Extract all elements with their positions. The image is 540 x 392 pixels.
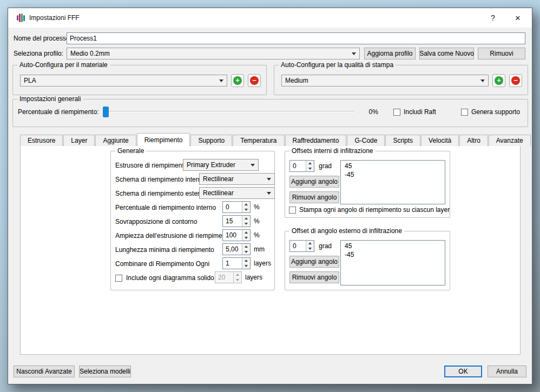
- spin-down-button[interactable]: [306, 246, 314, 251]
- spin-up-button[interactable]: [242, 244, 250, 249]
- solid-diaphragm-label: Include ogni diagramma solido: [126, 274, 214, 282]
- spin-down-button[interactable]: [242, 249, 250, 255]
- infill-extruder-select[interactable]: Primary Extruder: [183, 159, 259, 171]
- internal-angle-spinner[interactable]: 0: [289, 160, 314, 172]
- tab-gcode[interactable]: G-Code: [347, 135, 385, 146]
- process-name-input[interactable]: [67, 32, 525, 44]
- spin-down-button[interactable]: [242, 221, 250, 227]
- tab-layer[interactable]: Layer: [63, 135, 95, 146]
- update-profile-button[interactable]: Aggiorna profilo: [364, 48, 416, 59]
- remove-profile-button[interactable]: Rimuovi: [478, 48, 525, 59]
- app-logo-icon: [17, 13, 25, 23]
- tab-scripts[interactable]: Scripts: [385, 135, 420, 146]
- infill-extruder-label: Estrusore di riempimento: [115, 162, 187, 169]
- chevron-down-icon: [480, 79, 485, 82]
- fff-settings-dialog: Impostazioni FFF ? ✕ Nome del processo: …: [8, 8, 532, 384]
- internal-angle-value: 0: [290, 161, 306, 171]
- list-item[interactable]: -45: [341, 170, 445, 179]
- external-angle-list[interactable]: 45 -45: [340, 240, 445, 285]
- material-select[interactable]: PLA: [20, 75, 227, 87]
- profile-select[interactable]: Medio 0.2mm: [67, 48, 360, 59]
- close-button[interactable]: ✕: [512, 14, 523, 22]
- generate-support-checkbox[interactable]: [461, 109, 468, 116]
- tab-temperatura[interactable]: Temperatura: [233, 135, 284, 146]
- infill-percentage-slider[interactable]: [103, 107, 354, 117]
- infill-percentage-label: Percentuale di riempimento:: [18, 108, 98, 116]
- external-angle-spinner[interactable]: 0: [289, 240, 314, 252]
- tab-altro[interactable]: Altro: [459, 135, 488, 146]
- internal-add-angle-button[interactable]: Aggiungi angolo: [289, 176, 339, 188]
- internal-percent-spinner[interactable]: 0: [222, 201, 251, 213]
- add-quality-button[interactable]: +: [492, 74, 505, 87]
- external-offsets-title: Offset di angolo esterno di infiltrazion…: [289, 227, 404, 235]
- external-angle-value: 0: [290, 241, 306, 251]
- ok-button[interactable]: OK: [444, 366, 482, 377]
- tab-riempimento[interactable]: Riempimento: [137, 133, 190, 147]
- tab-supporto[interactable]: Supporto: [190, 135, 232, 146]
- solid-diaphragm-value: 20: [215, 272, 233, 283]
- outline-overlap-spinner[interactable]: 15: [222, 215, 251, 227]
- outline-overlap-value: 15: [223, 216, 242, 227]
- help-button[interactable]: ?: [488, 14, 498, 22]
- solid-diaphragm-spinner: 20: [215, 271, 242, 283]
- outline-overlap-unit: %: [254, 217, 260, 225]
- select-models-button[interactable]: Seleziona modelli: [79, 366, 131, 377]
- spin-up-button[interactable]: [242, 216, 250, 221]
- tab-velocita[interactable]: Velocità: [421, 135, 459, 146]
- print-every-angle-checkbox[interactable]: [289, 207, 296, 214]
- generale-group: Generale Estrusore di riempimento Primar…: [110, 151, 275, 290]
- external-pattern-label: Schema di riempimento esterno: [115, 190, 207, 197]
- external-angle-unit: grad: [319, 242, 332, 250]
- window-title: Impostazioni FFF: [29, 14, 80, 22]
- spin-down-button[interactable]: [242, 263, 250, 269]
- tab-estrusore[interactable]: Estrusore: [20, 135, 63, 146]
- list-item[interactable]: -45: [341, 250, 445, 259]
- list-item[interactable]: 45: [341, 162, 445, 170]
- settings-tabbar: Estrusore Layer Aggiunte Riempimento Sup…: [20, 134, 531, 146]
- list-item[interactable]: 45: [341, 242, 445, 250]
- internal-remove-angle-button[interactable]: Rimuovi angolo: [289, 191, 339, 203]
- spin-down-button[interactable]: [306, 166, 314, 171]
- include-raft-checkbox[interactable]: [393, 109, 400, 116]
- internal-percent-unit: %: [254, 203, 260, 211]
- spin-up-button[interactable]: [306, 161, 314, 166]
- add-material-button[interactable]: +: [231, 74, 244, 87]
- plus-icon: +: [233, 76, 242, 85]
- spin-up-button[interactable]: [242, 202, 250, 207]
- infill-percentage-value: 0%: [360, 108, 378, 116]
- spin-up-button[interactable]: [242, 258, 250, 263]
- slider-handle[interactable]: [103, 107, 109, 117]
- remove-quality-button[interactable]: −: [509, 74, 522, 87]
- spin-up-button[interactable]: [306, 241, 314, 246]
- tab-raffreddamento[interactable]: Raffreddamento: [285, 135, 347, 146]
- plus-icon: +: [495, 76, 503, 85]
- material-selected-value: PLA: [24, 77, 216, 84]
- external-pattern-select[interactable]: Rectilinear: [199, 187, 275, 199]
- cancel-button[interactable]: Annulla: [488, 366, 526, 377]
- tab-aggiunte[interactable]: Aggiunte: [95, 135, 136, 146]
- spin-down-button[interactable]: [242, 235, 250, 241]
- auto-quality-title: Auto-Configura per la qualità di stampa: [279, 61, 396, 69]
- quality-select[interactable]: Medium: [281, 75, 489, 87]
- print-every-angle-label: Stampa ogni angolo di riempimento su cia…: [299, 206, 450, 214]
- quality-selected-value: Medium: [285, 77, 477, 84]
- solid-diaphragm-checkbox[interactable]: [115, 275, 122, 282]
- chevron-down-icon: [251, 164, 255, 167]
- remove-material-button[interactable]: −: [248, 74, 261, 87]
- spin-up-button[interactable]: [242, 230, 250, 235]
- internal-angle-list[interactable]: 45 -45: [340, 160, 445, 204]
- internal-pattern-select[interactable]: Rectilinear: [199, 173, 275, 185]
- solid-diaphragm-unit: layers: [245, 274, 262, 281]
- external-remove-angle-button[interactable]: Rimuovi angolo: [289, 271, 339, 283]
- min-infill-length-spinner[interactable]: 5,00: [222, 243, 251, 255]
- minus-icon: −: [250, 76, 259, 85]
- hide-advanced-button[interactable]: Nascondi Avanzate: [14, 366, 75, 377]
- tab-avanzate[interactable]: Avanzate: [489, 135, 531, 146]
- auto-material-title: Auto-Configura per il materiale: [17, 61, 110, 69]
- internal-offsets-title: Offsets interni di infiltrazione: [289, 147, 376, 155]
- spin-down-button[interactable]: [242, 207, 250, 212]
- combine-infill-spinner[interactable]: 1: [222, 257, 251, 269]
- save-as-new-button[interactable]: Salva come Nuovo: [419, 48, 474, 59]
- external-add-angle-button[interactable]: Aggiungi angolo: [289, 256, 339, 268]
- extrusion-width-spinner[interactable]: 100: [222, 229, 251, 241]
